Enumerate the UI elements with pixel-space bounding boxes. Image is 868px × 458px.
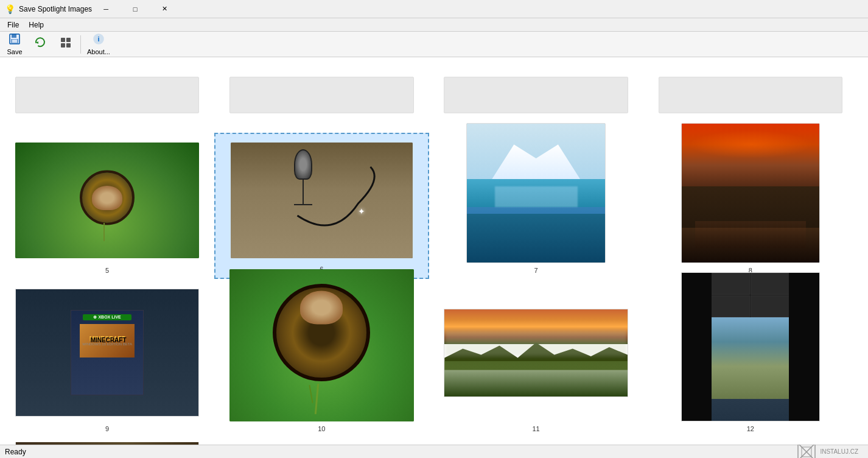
image-cell-11[interactable]: 11: [429, 279, 643, 437]
image-label-5: 5: [105, 267, 109, 274]
save-label: Save: [7, 48, 22, 55]
menu-help[interactable]: Help: [24, 19, 49, 30]
toolbar-separator: [80, 35, 81, 54]
image-cell-3[interactable]: [429, 60, 643, 133]
title-bar: 💡 Save Spotlight Images ─ □ ✕: [0, 0, 868, 18]
refresh-icon: [34, 37, 46, 51]
image-label-12: 12: [747, 425, 754, 432]
status-bar: Ready INSTALUJ.CZ: [0, 445, 868, 458]
menu-file[interactable]: File: [2, 19, 24, 30]
grid-icon: [60, 37, 72, 51]
image-cell-14[interactable]: [214, 437, 429, 445]
image-label-11: 11: [533, 425, 540, 432]
title-icon: 💡: [5, 4, 15, 14]
image-cell-13[interactable]: [0, 437, 214, 445]
image-cell-7[interactable]: 7: [429, 133, 643, 279]
window-controls: ─ □ ✕: [92, 0, 178, 18]
svg-text:i: i: [97, 35, 99, 43]
about-button[interactable]: i About...: [83, 33, 114, 56]
save-button[interactable]: Save: [2, 33, 27, 56]
image-cell-16[interactable]: [643, 437, 858, 445]
image-cell-12[interactable]: 12: [643, 279, 858, 437]
main-content[interactable]: 5: [0, 57, 868, 445]
svg-rect-1: [12, 34, 16, 38]
image-cell-2[interactable]: [214, 60, 429, 133]
instaluj-text: INSTALUJ.CZ: [820, 448, 858, 455]
svg-rect-7: [61, 43, 65, 48]
status-text: Ready: [5, 448, 26, 456]
grid-button[interactable]: [54, 33, 78, 56]
svg-rect-6: [66, 38, 71, 42]
image-label-10: 10: [318, 425, 325, 432]
image-label-9: 9: [105, 425, 109, 432]
image-cell-1[interactable]: [0, 60, 214, 133]
toolbar: Save i About...: [0, 32, 868, 57]
svg-rect-8: [66, 43, 71, 48]
maximize-button[interactable]: □: [121, 0, 149, 18]
image-cell-9[interactable]: ⊕ XBOX LIVE MINECRAFT WINDOWS 10 EDITION…: [0, 279, 214, 437]
image-label-7: 7: [534, 267, 538, 274]
menu-bar: File Help: [0, 18, 868, 32]
close-button[interactable]: ✕: [150, 0, 178, 18]
title-text: Save Spotlight Images: [19, 5, 92, 13]
image-cell-4[interactable]: [643, 60, 858, 133]
image-grid: 5: [0, 57, 868, 445]
image-cell-6[interactable]: ✦ 6: [214, 133, 429, 279]
about-label: About...: [87, 48, 110, 55]
image-cell-5[interactable]: 5: [0, 133, 214, 279]
info-icon: i: [93, 33, 105, 48]
svg-rect-5: [61, 38, 65, 42]
minimize-button[interactable]: ─: [92, 0, 120, 18]
refresh-button[interactable]: [28, 33, 52, 56]
image-cell-15[interactable]: [429, 437, 643, 445]
image-cell-10[interactable]: 10: [214, 279, 429, 437]
image-cell-8[interactable]: 8: [643, 133, 858, 279]
svg-rect-3: [12, 40, 17, 43]
save-icon: [9, 33, 21, 48]
